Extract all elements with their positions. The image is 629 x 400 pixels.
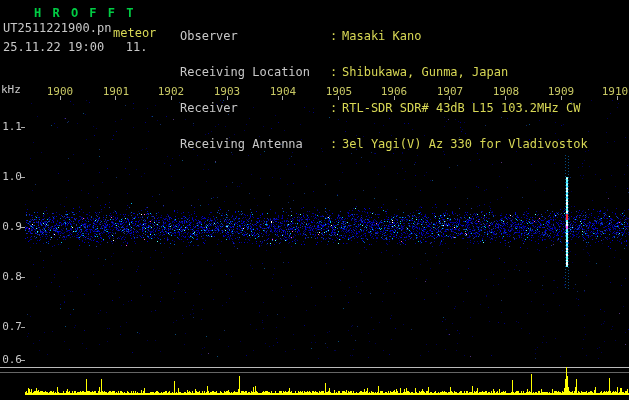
x-tick-1908: 1908 [492,86,520,97]
info-separator: : [330,30,342,42]
x-tick-1906: 1906 [380,86,408,97]
output-filename: UT2511221900.pn [3,22,111,34]
x-tick-1910: 1910 [601,86,629,97]
info-value-observer: Masaki Kano [342,30,421,42]
y-tick-0-6: 0.6 [0,354,22,365]
y-tick-0-8: 0.8 [0,271,22,282]
x-tick-1903: 1903 [213,86,241,97]
info-row-location: Receiving Location : Shibukawa, Gunma, J… [180,66,588,78]
info-separator: : [330,66,342,78]
x-tick-1904: 1904 [269,86,297,97]
y-tick-1-1: 1.1 [0,121,22,132]
x-tick-1901: 1901 [102,86,130,97]
x-tick-1907: 1907 [436,86,464,97]
info-value-location: Shibukawa, Gunma, Japan [342,66,508,78]
datetime-text: 25.11.22 19:00 11. [3,41,148,53]
x-tick-1900: 1900 [46,86,74,97]
x-tick-1902: 1902 [157,86,185,97]
x-tick-1905: 1905 [325,86,353,97]
y-tick-0-7: 0.7 [0,321,22,332]
y-tick-1-0: 1.0 [0,171,22,182]
info-label-antenna: Receiving Antenna [180,138,330,150]
info-separator: : [330,102,342,114]
station-name: meteor [113,27,156,39]
x-tick-1909: 1909 [547,86,575,97]
app-title: H R O F F T [34,7,135,19]
info-label-observer: Observer [180,30,330,42]
y-axis-unit-label: kHz [1,84,21,96]
info-label-location: Receiving Location [180,66,330,78]
y-tick-0-9: 0.9 [0,221,22,232]
info-label-receiver: Receiver [180,102,330,114]
info-value-receiver: RTL-SDR SDR# 43dB L15 103.2MHz CW [342,102,580,114]
info-value-antenna: 3el Yagi(V) Az 330 for Vladivostok [342,138,588,150]
hrofft-screen: H R O F F T UT2511221900.pn meteor 25.11… [0,0,629,400]
info-separator: : [330,138,342,150]
info-row-observer: Observer : Masaki Kano [180,30,588,42]
info-row-receiver: Receiver : RTL-SDR SDR# 43dB L15 103.2MH… [180,102,588,114]
info-row-antenna: Receiving Antenna : 3el Yagi(V) Az 330 f… [180,138,588,150]
